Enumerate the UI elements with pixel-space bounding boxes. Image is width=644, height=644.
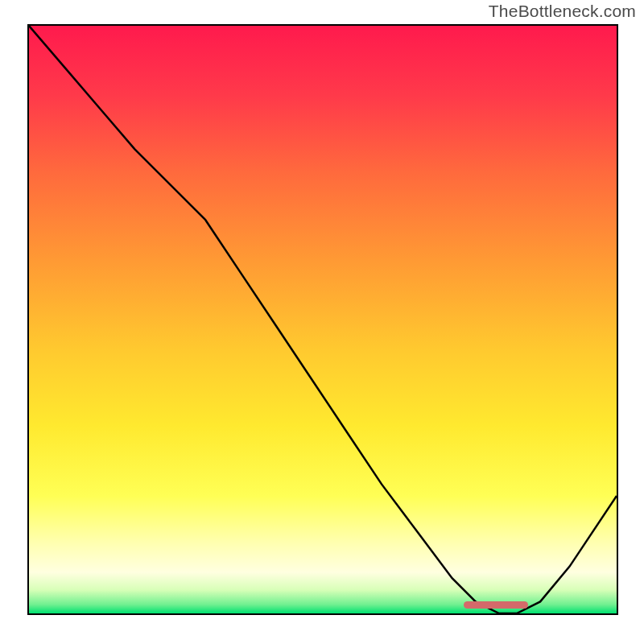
chart-canvas: TheBottleneck.com xyxy=(0,0,644,644)
plot-area xyxy=(27,24,618,615)
bottleneck-curve xyxy=(29,26,617,613)
watermark-text: TheBottleneck.com xyxy=(489,2,636,21)
optimal-range-marker xyxy=(464,601,528,609)
